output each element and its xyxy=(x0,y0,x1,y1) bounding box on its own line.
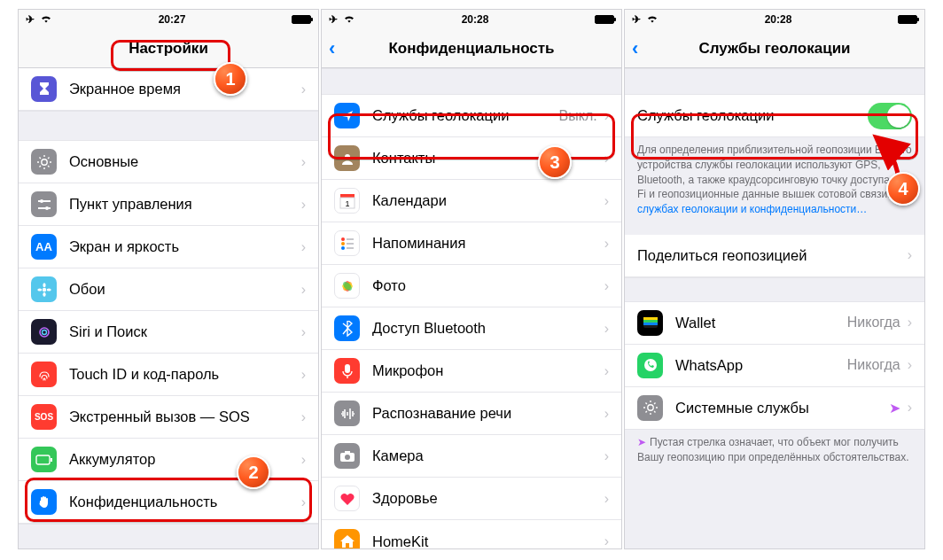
row-location-toggle[interactable]: Службы геолокации xyxy=(625,95,924,137)
row-location-services[interactable]: Службы геолокации Выкл. › xyxy=(322,95,621,137)
svg-point-5 xyxy=(42,287,45,291)
chevron-icon: › xyxy=(908,357,912,373)
row-wallet[interactable]: Wallet Никогда › xyxy=(625,302,924,345)
row-label: Здоровье xyxy=(372,490,597,507)
location-indicator-icon: ➤ xyxy=(889,400,900,416)
microphone-icon xyxy=(334,358,360,384)
wifi-icon xyxy=(40,13,52,26)
svg-point-6 xyxy=(43,283,45,287)
camera-icon xyxy=(334,443,360,469)
row-label: Экран и яркость xyxy=(69,238,294,255)
health-icon xyxy=(334,486,360,511)
svg-rect-31 xyxy=(345,451,350,454)
row-label: Камера xyxy=(372,447,597,464)
svg-point-0 xyxy=(41,159,46,164)
chevron-icon: › xyxy=(604,533,609,549)
airplane-icon: ✈ xyxy=(632,13,641,26)
step-badge-2: 2 xyxy=(237,455,270,489)
step-badge-4: 4 xyxy=(886,172,920,206)
back-button[interactable]: ‹ xyxy=(329,29,335,68)
row-contacts[interactable]: Контакты › xyxy=(322,137,621,180)
screenshot-settings: ✈ 20:27 Настройки Экранное время › Основ… xyxy=(18,9,319,549)
row-general[interactable]: Основные › xyxy=(19,141,318,183)
row-display[interactable]: AA Экран и яркость › xyxy=(19,226,318,268)
bluetooth-icon xyxy=(334,315,360,341)
chevron-icon: › xyxy=(604,108,609,124)
chevron-icon: › xyxy=(301,197,306,213)
privacy-list: Службы геолокации Выкл. › Контакты › 1 К… xyxy=(322,95,621,549)
row-label: Основные xyxy=(69,153,294,170)
step-badge-3: 3 xyxy=(538,145,572,179)
location-toggle[interactable] xyxy=(868,103,912,129)
row-homekit[interactable]: HomeKit › xyxy=(322,520,621,549)
row-health[interactable]: Здоровье › xyxy=(322,478,621,520)
wifi-icon xyxy=(646,13,659,26)
row-bluetooth[interactable]: Доступ Bluetooth › xyxy=(322,307,621,350)
wallet-icon xyxy=(637,310,663,336)
status-time: 20:28 xyxy=(462,13,489,26)
status-bar: ✈ 20:28 xyxy=(322,10,621,29)
svg-point-10 xyxy=(40,328,49,337)
chevron-icon: › xyxy=(604,448,609,464)
chevron-icon: › xyxy=(908,400,912,416)
row-camera[interactable]: Камера › xyxy=(322,435,621,478)
status-time: 20:28 xyxy=(765,13,792,26)
row-battery[interactable]: Аккумулятор › xyxy=(19,439,318,481)
row-photos[interactable]: Фото › xyxy=(322,265,621,307)
svg-rect-35 xyxy=(643,323,658,325)
row-calendars[interactable]: 1 Календари › xyxy=(322,180,621,222)
sos-icon: SOS xyxy=(31,404,57,430)
chevron-icon: › xyxy=(301,324,306,340)
status-bar: ✈ 20:28 xyxy=(625,10,924,29)
row-control-center[interactable]: Пункт управления › xyxy=(19,183,318,226)
battery-icon xyxy=(898,15,917,24)
row-label: Wallet xyxy=(675,315,847,331)
row-label: Системные службы xyxy=(675,400,889,416)
row-label: HomeKit xyxy=(372,533,597,550)
chevron-icon: › xyxy=(908,315,912,331)
row-touchid[interactable]: Touch ID и код-пароль › xyxy=(19,354,318,396)
svg-point-14 xyxy=(345,154,350,159)
row-siri[interactable]: Siri и Поиск › xyxy=(19,311,318,354)
chevron-icon: › xyxy=(604,193,609,209)
row-privacy[interactable]: Конфиденциальность › xyxy=(19,481,318,524)
row-reminders[interactable]: Напоминания › xyxy=(322,222,621,265)
chevron-icon: › xyxy=(604,151,609,167)
row-sos[interactable]: SOS Экстренный вызов — SOS › xyxy=(19,396,318,439)
page-title: Службы геолокации xyxy=(698,40,850,58)
svg-rect-23 xyxy=(347,247,354,249)
row-microphone[interactable]: Микрофон › xyxy=(322,350,621,393)
row-label: Фото xyxy=(372,277,597,294)
svg-point-18 xyxy=(341,237,345,241)
row-whatsapp[interactable]: WhatsApp Никогда › xyxy=(625,345,924,387)
hourglass-icon xyxy=(31,76,57,102)
chevron-icon: › xyxy=(301,367,306,383)
status-bar: ✈ 20:27 xyxy=(19,10,318,29)
chevron-icon: › xyxy=(301,452,306,468)
row-screentime[interactable]: Экранное время › xyxy=(19,68,318,111)
page-title: Конфиденциальность xyxy=(388,40,554,58)
chevron-icon: › xyxy=(301,282,306,298)
battery-icon xyxy=(292,15,311,24)
screenshot-privacy: ✈ 20:28 ‹ Конфиденциальность Службы геол… xyxy=(321,9,622,549)
airplane-icon: ✈ xyxy=(329,13,338,26)
row-label: Календари xyxy=(372,192,597,209)
chevron-icon: › xyxy=(908,247,912,263)
chevron-icon: › xyxy=(604,278,609,294)
svg-rect-28 xyxy=(345,364,350,373)
row-wallpaper[interactable]: Обои › xyxy=(19,268,318,311)
contacts-icon xyxy=(334,145,360,171)
svg-rect-2 xyxy=(38,200,51,202)
back-button[interactable]: ‹ xyxy=(632,29,638,68)
row-label: Доступ Bluetooth xyxy=(372,320,597,337)
row-speech[interactable]: Распознавание речи › xyxy=(322,393,621,435)
battery-row-icon xyxy=(31,447,57,472)
svg-rect-15 xyxy=(340,194,355,198)
row-system-services[interactable]: Системные службы ➤ › xyxy=(625,387,924,430)
row-label: Распознавание речи xyxy=(372,405,597,422)
screenshot-location-services: ✈ 20:28 ‹ Службы геолокации Службы геоло… xyxy=(624,9,925,549)
svg-point-20 xyxy=(341,242,345,245)
airplane-icon: ✈ xyxy=(26,13,35,26)
row-share-location[interactable]: Поделиться геопозицией › xyxy=(625,235,924,277)
chevron-icon: › xyxy=(604,406,609,422)
